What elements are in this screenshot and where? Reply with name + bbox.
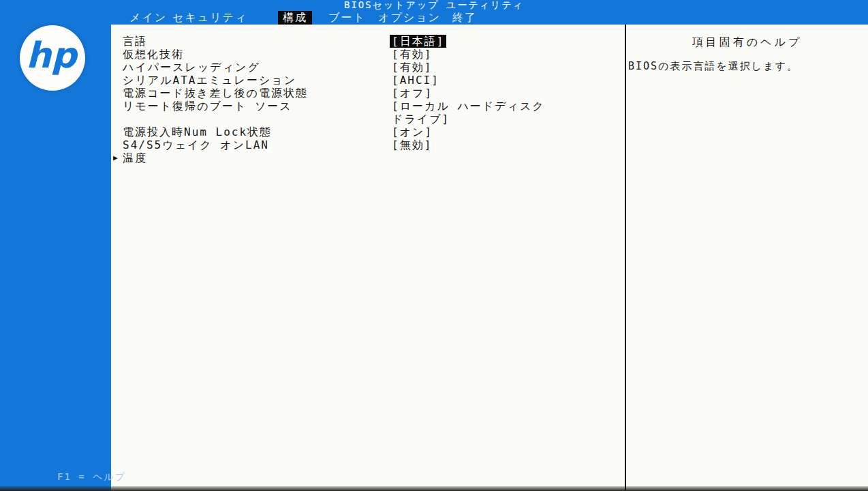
setting-label: S4/S5ウェイク オンLAN	[123, 138, 392, 151]
setting-label: ハイパースレッディング	[123, 61, 392, 74]
setting-value: [日本語]	[390, 35, 446, 48]
setting-value: [有効]	[392, 48, 432, 61]
setting-value: [オフ]	[392, 87, 433, 100]
setting-label: 言語	[123, 35, 392, 48]
screen-bottom-edge	[0, 486, 868, 491]
hp-logo: hp	[20, 25, 85, 91]
setting-row-hyperthreading[interactable]: ハイパースレッディング [有効]	[113, 61, 623, 74]
setting-value: [無効]	[392, 138, 432, 151]
settings-list: 言語 [日本語] 仮想化技術 [有効] ハイパースレッディング [有効] シリア…	[113, 35, 623, 164]
tab-exit[interactable]: 終了	[452, 11, 477, 25]
tab-main[interactable]: メイン	[129, 11, 167, 25]
setting-row-sata-emulation[interactable]: シリアルATAエミュレーション [AHCI]	[113, 74, 623, 87]
setting-value: [ローカル ハードディスク ドライブ]	[392, 100, 545, 125]
hp-logo-text: hp	[26, 23, 76, 88]
main-panel: 言語 [日本語] 仮想化技術 [有効] ハイパースレッディング [有効] シリア…	[111, 25, 868, 491]
setting-row-s4s5-wake-on-lan[interactable]: S4/S5ウェイク オンLAN [無効]	[113, 138, 623, 151]
setting-label: 電源コード抜き差し後の電源状態	[123, 87, 392, 100]
setting-row-virtualization[interactable]: 仮想化技術 [有効]	[113, 48, 623, 61]
setting-row-numlock-state[interactable]: 電源投入時Num Lock状態 [オン]	[113, 125, 623, 138]
setting-value: [有効]	[392, 61, 432, 74]
setting-label: 電源投入時Num Lock状態	[123, 125, 392, 138]
submenu-arrow-icon: ▶	[113, 151, 123, 164]
f1-help-hint: F1 = ヘルプ	[57, 471, 126, 483]
window-title: BIOSセットアップ ユーティリティ	[0, 0, 868, 10]
tab-options[interactable]: オプション	[378, 11, 441, 25]
setting-value: [オン]	[392, 125, 433, 138]
help-panel: 項目固有のヘルプ BIOSの表示言語を選択します。	[626, 25, 868, 491]
menu-bar: メイン セキュリティ 構成 ブート オプション 終了	[0, 10, 868, 25]
help-panel-title: 項目固有のヘルプ	[626, 35, 868, 50]
setting-value: [AHCI]	[392, 74, 439, 87]
tab-security[interactable]: セキュリティ	[172, 11, 247, 25]
setting-label: 仮想化技術	[123, 48, 392, 61]
setting-row-remote-wake-boot-source[interactable]: リモート復帰のブート ソース [ローカル ハードディスク ドライブ]	[113, 100, 623, 125]
setting-label: シリアルATAエミュレーション	[123, 74, 392, 87]
setting-label: 温度	[123, 151, 392, 164]
tab-boot[interactable]: ブート	[328, 11, 366, 25]
setting-row-power-state-after-unplug[interactable]: 電源コード抜き差し後の電源状態 [オフ]	[113, 87, 623, 100]
help-text: BIOSの表示言語を選択します。	[628, 60, 860, 73]
setting-label: リモート復帰のブート ソース	[123, 100, 392, 113]
tab-configuration[interactable]: 構成	[278, 11, 312, 25]
setting-row-temperature-submenu[interactable]: ▶ 温度	[113, 151, 623, 164]
setting-row-language[interactable]: 言語 [日本語]	[113, 35, 623, 48]
bios-screen: BIOSセットアップ ユーティリティ メイン セキュリティ 構成 ブート オプシ…	[0, 0, 868, 491]
